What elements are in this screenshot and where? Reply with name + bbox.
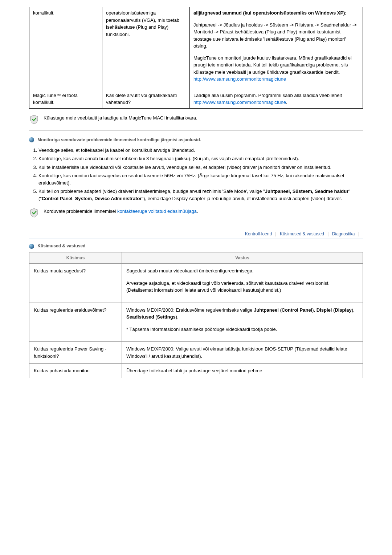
magictune-link-2[interactable]: http://www.samsung.com/monitor/magictune	[193, 100, 286, 105]
checklist-heading: Monitoriga seonduvate probleemide ilmnem…	[37, 137, 201, 142]
qa-title-text: Küsimused & vastused	[37, 243, 85, 248]
checklist-item: Kui teil on probleeme adapteri (video) d…	[38, 188, 363, 202]
check-shield-icon	[29, 208, 39, 218]
t1-r1-c1: korralikult.	[29, 7, 102, 90]
tab-checklist[interactable]: Kontroll-loend	[243, 231, 274, 237]
t1-r1-c2: operatsioonisüsteemiga personaalarvutis …	[102, 7, 190, 90]
qa-a: Ühendage toitekaabel lahti ja puhastage …	[122, 364, 363, 378]
qa-section: Küsimused & vastused Küsimus Vastus Kuid…	[29, 243, 363, 378]
t1-r1-c3: alljärgnevad sammud (kui operatsioonisüs…	[190, 7, 363, 90]
checklist-item: Kontrollige, kas arvuti annab buutimisel…	[38, 155, 363, 162]
qa-q: Kuidas reguleerida eraldusvõimet?	[29, 303, 122, 342]
checklist-item: Veenduge selles, et toitekaabel ja kaabe…	[38, 147, 363, 154]
qa-q: Kuidas reguleerida Power Saving -funktsi…	[29, 342, 122, 364]
qa-q: Kuidas muuta sagedust?	[29, 264, 122, 303]
info-contact-row: Korduvate probleemide ilmnemisel kontakt…	[29, 208, 363, 218]
magictune-troubleshoot-table: korralikult. operatsioonisüsteemiga pers…	[29, 7, 363, 109]
qa-a: Sagedust saab muuta videokaardi ümberkon…	[122, 264, 363, 303]
t1-r1-c3-head: alljärgnevad sammud (kui operatsioonisüs…	[193, 9, 359, 17]
checklist-item: Kui te installeerisite uue videokaardi v…	[38, 164, 363, 171]
t1-r2-c3: Laadige alla uusim programm. Programmi s…	[190, 90, 363, 109]
qa-q: Kuidas puhastada monitori	[29, 364, 122, 378]
t1-r1-c3-p2: MagicTune on monitori juurde kuuluv lisa…	[193, 54, 359, 83]
info-mac-text: Külastage meie veebisaiti ja laadige all…	[44, 114, 197, 122]
tab-separator: |	[275, 231, 276, 236]
info-contact-text: Korduvate probleemide ilmnemisel kontakt…	[44, 208, 198, 215]
qa-header-a: Vastus	[122, 252, 363, 264]
qa-a: Windows ME/XP/2000: Eraldusvõime regulee…	[122, 303, 363, 342]
tab-separator: |	[327, 231, 328, 236]
qa-header-q: Küsimus	[29, 252, 122, 264]
subnav-tabs: Kontroll-loend | Küsimused & vastused | …	[29, 229, 363, 239]
qa-table: Küsimus Vastus Kuidas muuta sagedust? Sa…	[29, 252, 363, 378]
check-shield-icon	[29, 114, 39, 125]
qa-a: Windows ME/XP/2000: Valige arvuti või ek…	[122, 342, 363, 364]
bullet-icon	[29, 244, 34, 249]
checklist-item: Kontrollige, kas monitori laotussagedus …	[38, 172, 363, 186]
info-mac-row: Külastage meie veebisaiti ja laadige all…	[29, 114, 363, 125]
bullet-icon	[29, 137, 34, 142]
t1-r1-c3-p1: Juhtpaneel -> Jõudlus ja hooldus -> Süst…	[193, 21, 359, 50]
magictune-link-1[interactable]: http://www.samsung.com/monitor/magictune	[193, 76, 286, 82]
tab-diagnostics[interactable]: Diagnostika	[330, 231, 357, 237]
tab-separator: |	[358, 231, 359, 236]
checklist: Veenduge selles, et toitekaabel ja kaabe…	[32, 147, 363, 202]
t1-r2-c1: MagicTune™ ei tööta korralikult.	[29, 90, 102, 109]
divider-1	[29, 130, 363, 131]
checklist-section: Monitoriga seonduvate probleemide ilmnem…	[29, 137, 363, 202]
contact-dealer-link[interactable]: kontakteeruge volitatud edasimüüjaga	[117, 208, 197, 214]
tab-qa[interactable]: Küsimused & vastused	[278, 231, 326, 237]
t1-r2-c2: Kas olete arvutit või graafikakaarti vah…	[102, 90, 190, 109]
